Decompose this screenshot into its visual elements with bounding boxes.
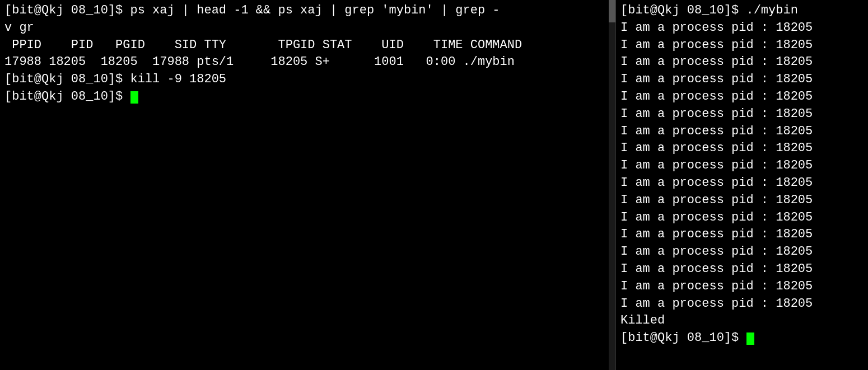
line: [bit@Qkj 08_10]$ kill -9 18205	[4, 71, 611, 88]
cursor	[746, 332, 754, 345]
line: I am a process pid : 18205	[620, 192, 864, 209]
line: [bit@Qkj 08_10]$ ps xaj | head -1 && ps …	[4, 2, 611, 20]
line: I am a process pid : 18205	[620, 20, 864, 37]
left-terminal-content: [bit@Qkj 08_10]$ ps xaj | head -1 && ps …	[4, 2, 611, 106]
line: I am a process pid : 18205	[620, 226, 864, 243]
scrollbar-thumb[interactable]	[609, 0, 615, 22]
scrollbar[interactable]	[609, 0, 615, 370]
line: I am a process pid : 18205	[620, 243, 864, 261]
cursor	[130, 91, 138, 104]
line: I am a process pid : 18205	[620, 157, 864, 175]
line: I am a process pid : 18205	[620, 106, 864, 123]
line: [bit@Qkj 08_10]$	[620, 330, 864, 347]
line: I am a process pid : 18205	[620, 140, 864, 157]
line: I am a process pid : 18205	[620, 71, 864, 88]
line: I am a process pid : 18205	[620, 296, 864, 313]
line: I am a process pid : 18205	[620, 54, 864, 71]
line: Killed	[620, 312, 864, 330]
line: 17988 18205 18205 17988 pts/1 18205 S+ 1…	[4, 54, 611, 71]
line: I am a process pid : 18205	[620, 261, 864, 278]
line: PPID PID PGID SID TTY TPGID STAT UID TIM…	[4, 37, 611, 54]
line: [bit@Qkj 08_10]$	[4, 88, 611, 106]
line: [bit@Qkj 08_10]$ ./mybin	[620, 2, 864, 20]
line: I am a process pid : 18205	[620, 278, 864, 296]
line: I am a process pid : 18205	[620, 175, 864, 192]
line: v gr	[4, 20, 611, 37]
line: I am a process pid : 18205	[620, 88, 864, 106]
left-terminal[interactable]: [bit@Qkj 08_10]$ ps xaj | head -1 && ps …	[0, 0, 616, 370]
line: I am a process pid : 18205	[620, 37, 864, 54]
line: I am a process pid : 18205	[620, 209, 864, 227]
right-terminal-content: [bit@Qkj 08_10]$ ./mybinI am a process p…	[620, 2, 864, 347]
right-terminal[interactable]: [bit@Qkj 08_10]$ ./mybinI am a process p…	[616, 0, 868, 370]
line: I am a process pid : 18205	[620, 123, 864, 140]
